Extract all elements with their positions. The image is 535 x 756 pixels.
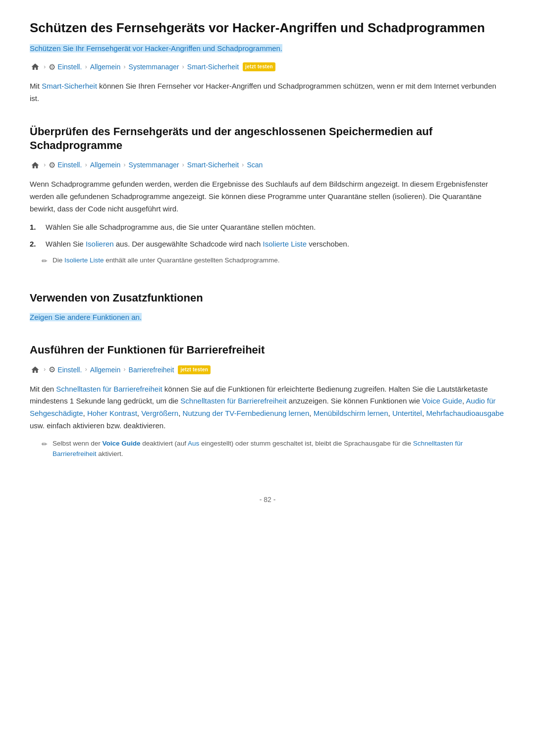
home-icon-2 [30,160,41,171]
scan-note: ✏ Die Isolierte Liste enthält alle unter… [42,255,505,266]
sep9: › [242,160,244,170]
link-isolieren[interactable]: Isolieren [86,240,114,248]
sep10: › [44,364,46,375]
link-voice-guide-note[interactable]: Voice Guide [103,440,141,447]
sep2: › [85,62,87,72]
section3-subtitle: Zeigen Sie andere Funktionen an. [30,311,505,324]
section-zusatz: Verwenden von Zusatzfunktionen Zeigen Si… [30,286,505,323]
sep8: › [182,160,184,170]
breadcrumb-scan[interactable]: Scan [247,159,263,170]
badge-jetzt-testen-2: jetzt testen [178,365,211,374]
section1-subtitle-highlight: Schützen Sie Ihr Fernsehgerät vor Hacker… [30,44,282,52]
breadcrumb-smart-sicherheit-1[interactable]: Smart-Sicherheit [187,61,239,72]
sep6: › [85,160,87,170]
sep12: › [123,364,125,375]
sep4: › [182,62,184,72]
badge-jetzt-testen-1: jetzt testen [243,62,275,71]
sep11: › [85,364,87,375]
breadcrumb-systemmanager-2[interactable]: Systemmanager [129,159,179,170]
breadcrumb-einstell-2[interactable]: Einstell. [57,159,82,170]
section4-breadcrumb: › ⚙ Einstell. › Allgemein › Barrierefrei… [30,363,505,376]
link-tv-fernbedienung-lernen[interactable]: Nutzung der TV-Fernbedienung lernen [183,409,310,417]
section1-subtitle: Schützen Sie Ihr Fernsehgerät vor Hacker… [30,43,505,55]
breadcrumb-barrierefreiheit[interactable]: Barrierefreiheit [129,364,174,375]
section1-paragraph: Mit Smart-Sicherheit können Sie Ihren Fe… [30,80,505,105]
section2-paragraph: Wenn Schadprogramme gefunden werden, wer… [30,178,505,215]
link-menue-lernen[interactable]: Menübildschirm lernen [314,409,388,417]
sep7: › [123,160,125,170]
sep3: › [123,62,125,72]
breadcrumb-einstell-3[interactable]: Einstell. [57,364,82,375]
scan-note-text: Die Isolierte Liste enthält alle unter Q… [53,255,280,266]
gear-icon: ⚙ [49,61,55,74]
pencil-icon-1: ✏ [42,255,48,266]
link-schnelltasten-1[interactable]: Schnelltasten für Barrierefreiheit [56,385,162,393]
link-isolierte-liste-1[interactable]: Isolierte Liste [263,240,307,248]
link-aus[interactable]: Aus [188,440,199,447]
list-item-1: 1. Wählen Sie alle Schadprogramme aus, d… [30,221,505,233]
section1-title: Schützen des Fernsehgeräts vor Hacker-An… [30,20,505,37]
section4-title: Ausführen der Funktionen für Barrierefre… [30,343,505,357]
section2-title: Überprüfen des Fernsehgeräts und der ang… [30,125,505,153]
link-mehrfachaudio[interactable]: Mehrfachaudioausgabe [426,409,504,417]
section4-paragraph1: Mit den Schnelltasten für Barrierefreihe… [30,383,505,432]
list-item-2: 2. Wählen Sie Isolieren aus. Der ausgewä… [30,238,505,250]
section-barrierefreiheit: Ausführen der Funktionen für Barrierefre… [30,343,505,459]
breadcrumb-systemmanager-1[interactable]: Systemmanager [129,61,179,72]
gear-icon-2: ⚙ [49,159,55,172]
list-text-2: Wählen Sie Isolieren aus. Der ausgewählt… [46,238,349,250]
pencil-icon-2: ✏ [42,439,48,450]
breadcrumb-allgemein-1[interactable]: Allgemein [90,61,120,72]
section-scan: Überprüfen des Fernsehgeräts und der ang… [30,125,505,266]
page-number: - 82 - [30,489,505,505]
home-icon [30,61,41,72]
section2-breadcrumb: › ⚙ Einstell. › Allgemein › Systemmanage… [30,159,505,172]
link-isolierte-liste-2[interactable]: Isolierte Liste [64,256,104,264]
section3-title: Verwenden von Zusatzfunktionen [30,291,505,305]
link-vergroessern[interactable]: Vergrößern [141,409,178,417]
breadcrumb-smart-sicherheit-2[interactable]: Smart-Sicherheit [187,159,239,170]
sep5: › [44,160,46,170]
sep1: › [44,62,46,72]
home-icon-3 [30,364,41,375]
list-num-1: 1. [30,221,40,233]
link-schnelltasten-2[interactable]: Schnelltasten für Barrierefreiheit [180,397,286,405]
section1-breadcrumb: › ⚙ Einstell. › Allgemein › Systemmanage… [30,61,505,74]
breadcrumb-allgemein-3[interactable]: Allgemein [90,364,120,375]
section-smart-sicherheit: Schützen des Fernsehgeräts vor Hacker-An… [30,20,505,105]
barrierefreiheit-note-text: Selbst wenn der Voice Guide deaktiviert … [53,438,505,459]
scan-steps-list: 1. Wählen Sie alle Schadprogramme aus, d… [30,221,505,250]
barrierefreiheit-note: ✏ Selbst wenn der Voice Guide deaktivier… [42,438,505,459]
link-smart-sicherheit-1[interactable]: Smart-Sicherheit [42,82,97,90]
section3-subtitle-highlight: Zeigen Sie andere Funktionen an. [30,313,142,321]
breadcrumb-allgemein-2[interactable]: Allgemein [90,159,120,170]
list-text-1: Wählen Sie alle Schadprogramme aus, die … [46,221,316,233]
link-untertitel[interactable]: Untertitel [392,409,422,417]
gear-icon-3: ⚙ [49,363,55,376]
link-voice-guide[interactable]: Voice Guide [422,397,462,405]
link-hoher-kontrast[interactable]: Hoher Kontrast [87,409,137,417]
breadcrumb-einstell-1[interactable]: Einstell. [57,61,82,72]
list-num-2: 2. [30,238,40,250]
